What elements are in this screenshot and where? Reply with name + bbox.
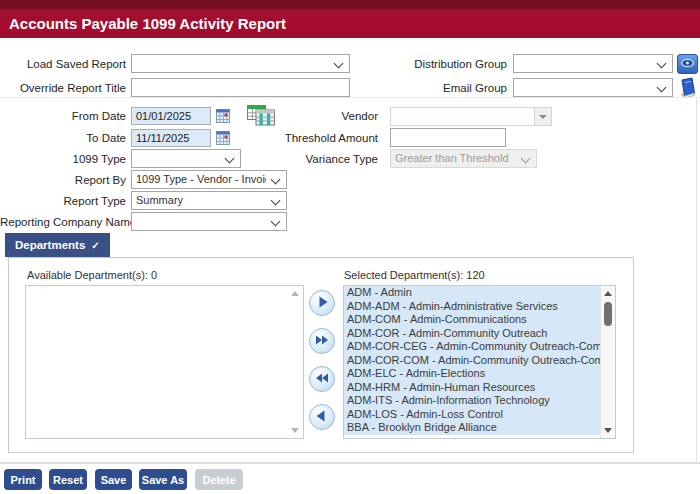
list-item[interactable]: ADM-COR - Admin-Community Outreach: [344, 327, 600, 341]
available-departments-label: Available Department(s): 0: [27, 269, 157, 281]
threshold-amount-input[interactable]: [390, 128, 506, 147]
email-group-label: Email Group: [330, 82, 507, 95]
distribution-group-select[interactable]: [513, 54, 673, 73]
scroll-up-icon: [291, 291, 299, 296]
chevron-down-icon: [271, 175, 281, 185]
scroll-up-icon[interactable]: [604, 291, 612, 296]
scroll-down-icon: [291, 428, 299, 433]
from-date-label: From Date: [0, 110, 126, 123]
view-distribution-group-button[interactable]: [677, 54, 698, 74]
available-departments-listbox[interactable]: [25, 285, 304, 439]
chevron-down-icon: [657, 83, 667, 93]
calendar-icon: [215, 112, 231, 127]
arrow-left-icon: [310, 404, 334, 431]
report-by-label: Report By: [0, 174, 126, 187]
move-all-left-button[interactable]: [309, 366, 335, 392]
scroll-down-icon[interactable]: [604, 428, 612, 433]
1099-type-select[interactable]: [131, 149, 241, 168]
chevron-down-icon: [657, 59, 667, 69]
list-item[interactable]: ADM-ITS - Admin-Information Technology: [344, 394, 600, 408]
override-report-title-label: Override Report Title: [0, 82, 126, 95]
list-item[interactable]: ADM - Admin: [344, 286, 600, 300]
print-button[interactable]: Print: [4, 469, 42, 490]
vendor-label: Vendor: [230, 110, 378, 123]
distribution-group-label: Distribution Group: [330, 58, 507, 71]
1099-type-label: 1099 Type: [0, 153, 126, 166]
bottom-divider: [0, 462, 700, 464]
address-book-icon: [678, 87, 698, 102]
list-item[interactable]: ADM-COR-COM - Admin-Community Outreach-C…: [344, 354, 600, 368]
tab-departments[interactable]: Departments: [5, 233, 110, 257]
page-header: Accounts Payable 1099 Activity Report: [0, 9, 700, 38]
reset-button[interactable]: Reset: [49, 469, 87, 490]
arrow-right-icon: [310, 290, 334, 317]
calendar-icon: [215, 134, 231, 149]
threshold-amount-label: Threshold Amount: [230, 132, 378, 145]
eye-icon: [678, 59, 697, 74]
save-button[interactable]: Save: [95, 469, 132, 490]
list-item[interactable]: ADM-COR-CEG - Admin-Community Outreach-C…: [344, 340, 600, 354]
list-item[interactable]: ADM-LOS - Admin-Loss Control: [344, 408, 600, 422]
report-type-label: Report Type: [0, 195, 126, 208]
list-item[interactable]: ADM-HRM - Admin-Human Resources: [344, 381, 600, 395]
content-right-edge: [696, 97, 697, 462]
selected-departments-label: Selected Department(s): 120: [344, 269, 485, 281]
double-arrow-right-icon: [310, 328, 334, 355]
check-icon: [91, 240, 99, 251]
override-report-title-input[interactable]: [131, 78, 350, 97]
move-right-button[interactable]: [309, 290, 335, 316]
load-saved-report-label: Load Saved Report: [0, 58, 126, 71]
move-left-button[interactable]: [309, 404, 335, 430]
email-address-book-button[interactable]: [678, 77, 698, 99]
report-type-select[interactable]: Summary: [131, 191, 287, 210]
save-as-button[interactable]: Save As: [139, 469, 187, 490]
chevron-down-icon: [271, 196, 281, 206]
email-group-select[interactable]: [513, 78, 673, 97]
to-date-input[interactable]: [131, 129, 211, 147]
dropdown-arrow-icon: [539, 115, 547, 119]
ap-1099-activity-report-page: Accounts Payable 1099 Activity Report Lo…: [0, 0, 700, 494]
page-title: Accounts Payable 1099 Activity Report: [9, 15, 286, 32]
list-item[interactable]: ADM-ELC - Admin-Elections: [344, 367, 600, 381]
vendor-combobox: [390, 107, 552, 126]
vendor-dropdown-button: [534, 108, 551, 125]
report-by-select[interactable]: 1099 Type - Vendor - Invoice: [131, 170, 287, 189]
variance-type-select: Greater than Threshold: [390, 149, 537, 168]
delete-button: Delete: [195, 469, 243, 490]
chevron-down-icon: [521, 154, 531, 164]
variance-type-label: Variance Type: [230, 153, 378, 166]
from-date-input[interactable]: [131, 107, 211, 125]
to-date-calendar-button[interactable]: [215, 130, 231, 146]
section-divider: [0, 97, 700, 98]
from-date-calendar-button[interactable]: [215, 108, 231, 124]
reporting-company-name-label: Reporting Company Name: [0, 216, 126, 229]
list-item[interactable]: ADM-COM - Admin-Communications: [344, 313, 600, 327]
reporting-company-name-select[interactable]: [131, 212, 287, 231]
scrollbar[interactable]: [600, 286, 615, 438]
top-banner: [0, 0, 700, 9]
load-saved-report-select[interactable]: [131, 54, 350, 73]
list-item[interactable]: ADM-ADM - Admin-Administrative Services: [344, 300, 600, 314]
list-item[interactable]: BBA - Brooklyn Bridge Alliance: [344, 421, 600, 435]
to-date-label: To Date: [0, 132, 126, 145]
selected-departments-listbox[interactable]: ADM - Admin ADM-ADM - Admin-Administrati…: [343, 285, 616, 439]
chevron-down-icon: [271, 217, 281, 227]
move-all-right-button[interactable]: [309, 328, 335, 354]
double-arrow-left-icon: [310, 366, 334, 393]
scrollbar-thumb[interactable]: [604, 302, 612, 326]
